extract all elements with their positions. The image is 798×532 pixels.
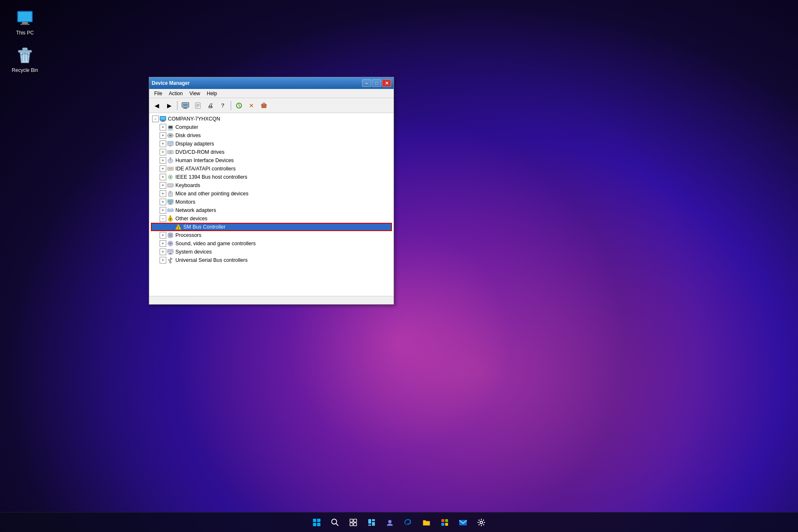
keyboards-expand-btn[interactable]: + [160, 182, 166, 189]
taskbar-settings-button[interactable] [473, 514, 490, 531]
disk-drives-icon [167, 132, 174, 139]
desktop-icon-this-pc[interactable]: This PC [8, 8, 42, 36]
taskbar-start-button[interactable] [308, 514, 325, 531]
tree-item-sound-video[interactable]: + Sound, video and game controllers [151, 239, 392, 248]
monitors-expand-btn[interactable]: + [160, 199, 166, 205]
tree-item-disk-drives[interactable]: + Disk drives [151, 131, 392, 140]
menubar: File Action View Help [149, 89, 394, 98]
root-collapse-btn[interactable]: − [152, 116, 159, 122]
tree-item-other-devices[interactable]: − ? Other devices [151, 214, 392, 223]
help-button[interactable]: ? [217, 100, 229, 111]
usb-controllers-label: Universal Serial Bus controllers [175, 257, 248, 263]
svg-rect-20 [160, 117, 165, 120]
taskbar-store-button[interactable] [436, 514, 453, 531]
minimize-button[interactable]: – [362, 79, 371, 87]
taskbar-edge-button[interactable] [400, 514, 416, 531]
svg-rect-1 [18, 12, 32, 21]
tree-item-mice[interactable]: + Mice and other pointing devices [151, 190, 392, 198]
tree-item-hid[interactable]: + Human Interface Devices [151, 156, 392, 165]
svg-rect-112 [372, 519, 375, 521]
menu-file[interactable]: File [151, 90, 165, 97]
tree-item-system-devices[interactable]: + System devices [151, 248, 392, 256]
tree-item-usb-controllers[interactable]: + Universal Serial Bus controllers [151, 256, 392, 264]
svg-rect-114 [372, 522, 375, 526]
update-driver-button[interactable]: ✕ [246, 100, 257, 111]
system-devices-label: System devices [175, 249, 212, 255]
dvd-rom-label: DVD/CD-ROM drives [175, 149, 224, 155]
this-pc-label: This PC [16, 30, 34, 36]
display-adapters-expand-btn[interactable]: + [160, 140, 166, 147]
svg-rect-107 [350, 519, 353, 522]
computer-view-button[interactable] [180, 100, 191, 111]
scan-hardware-button[interactable] [233, 100, 245, 111]
close-button[interactable]: ✕ [382, 79, 391, 87]
tree-item-sm-bus-controller[interactable]: ! SM Bus Controller [151, 223, 392, 231]
svg-rect-18 [261, 105, 266, 108]
tree-item-keyboards[interactable]: + Keyboards [151, 181, 392, 190]
back-button[interactable]: ◀ [151, 100, 163, 111]
svg-rect-53 [172, 185, 173, 186]
dvd-rom-expand-btn[interactable]: + [160, 149, 166, 155]
window-titlebar[interactable]: Device Manager – □ ✕ [149, 77, 394, 89]
sound-video-expand-btn[interactable]: + [160, 240, 166, 247]
processors-expand-btn[interactable]: + [160, 232, 166, 239]
tree-root[interactable]: − COMPANY-7YHXCQN [151, 115, 392, 123]
svg-rect-21 [162, 121, 164, 121]
tree-item-processors[interactable]: + Proces [151, 231, 392, 239]
svg-rect-113 [368, 525, 371, 526]
mice-expand-btn[interactable]: + [160, 190, 166, 197]
svg-point-25 [170, 135, 171, 136]
desktop-icon-recycle-bin[interactable]: Recycle Bin [8, 46, 42, 73]
print-button[interactable]: 🖨 [204, 100, 216, 111]
ieee1394-icon [167, 174, 174, 180]
svg-point-121 [480, 521, 483, 524]
mice-icon [167, 190, 174, 197]
svg-rect-32 [168, 151, 170, 153]
taskbar-teams-button[interactable] [382, 514, 398, 531]
properties-button[interactable] [192, 100, 204, 111]
ieee1394-expand-btn[interactable]: + [160, 174, 166, 180]
computer-expand-btn[interactable]: + [160, 124, 166, 131]
other-devices-expand-btn[interactable]: − [160, 215, 166, 222]
usb-controllers-icon [167, 257, 174, 264]
menu-help[interactable]: Help [204, 90, 221, 97]
monitors-icon [167, 199, 174, 205]
system-devices-expand-btn[interactable]: + [160, 249, 166, 255]
keyboards-icon [167, 182, 174, 189]
svg-text:?: ? [170, 218, 171, 221]
tree-item-network-adapters[interactable]: + Network adapters [151, 206, 392, 214]
ide-atapi-icon [167, 165, 174, 172]
svg-point-56 [170, 192, 171, 194]
tree-item-display-adapters[interactable]: + Display adapters [151, 140, 392, 148]
taskbar-explorer-button[interactable] [418, 514, 435, 531]
ide-atapi-expand-btn[interactable]: + [160, 165, 166, 172]
forward-button[interactable]: ▶ [163, 100, 175, 111]
hid-expand-btn[interactable]: + [160, 157, 166, 164]
svg-rect-64 [171, 210, 172, 211]
usb-controllers-expand-btn[interactable]: + [160, 257, 166, 264]
svg-rect-116 [441, 519, 444, 522]
tree-item-dvd-rom[interactable]: + DVD/CD-ROM drives [151, 148, 392, 156]
tree-item-computer[interactable]: + 💻 Computer [151, 123, 392, 131]
taskbar-mail-button[interactable] [455, 514, 471, 531]
processors-icon [167, 232, 174, 239]
device-manager-window: Device Manager – □ ✕ File Action View He… [149, 77, 394, 305]
tree-item-monitors[interactable]: + Monitors [151, 198, 392, 206]
taskbar-task-view-button[interactable] [345, 514, 362, 531]
svg-point-100 [168, 259, 170, 261]
system-devices-icon [167, 249, 174, 255]
menu-action[interactable]: Action [165, 90, 186, 97]
uninstall-button[interactable] [258, 100, 270, 111]
tree-view[interactable]: − COMPANY-7YHXCQN + 💻 Computer + [149, 113, 394, 296]
taskbar-widgets-button[interactable] [363, 514, 380, 531]
tree-item-ieee1394[interactable]: + IEEE 1394 Bus host controllers [151, 173, 392, 181]
maximize-button[interactable]: □ [372, 79, 381, 87]
disk-drives-expand-btn[interactable]: + [160, 132, 166, 139]
network-adapters-expand-btn[interactable]: + [160, 207, 166, 214]
mice-label: Mice and other pointing devices [175, 191, 249, 197]
taskbar-search-button[interactable] [327, 514, 343, 531]
svg-rect-28 [169, 145, 172, 146]
svg-text:!: ! [178, 226, 179, 230]
tree-item-ide-atapi[interactable]: + IDE ATA/ATAPI controllers [151, 165, 392, 173]
menu-view[interactable]: View [186, 90, 204, 97]
